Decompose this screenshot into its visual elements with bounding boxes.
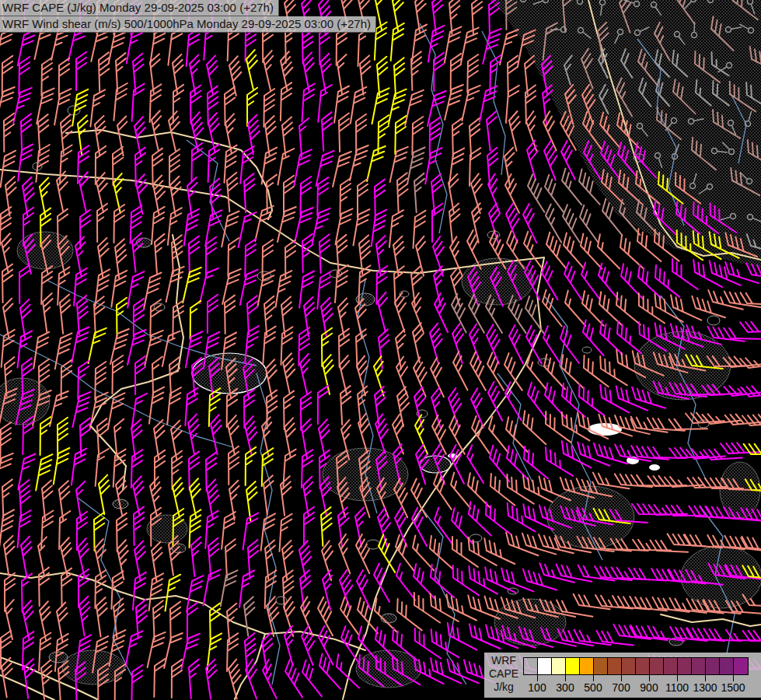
cape-scale-cell: [622, 658, 636, 674]
cape-scale-cell: [706, 658, 720, 674]
map-canvas: [0, 0, 761, 700]
wrf-weather-map: WRF CAPE (J/kg) Monday 29-09-2025 03:00 …: [0, 0, 761, 700]
cape-legend-labels: WRF CAPE J/kg: [487, 654, 521, 694]
title-line-windshear: WRF Wind shear (m/s) 500/1000hPa Monday …: [0, 16, 376, 33]
cape-scale-cell: [594, 658, 608, 674]
cape-colorbar: [523, 657, 749, 675]
cape-scale-tick: [705, 675, 706, 681]
cape-scale-cell: [538, 658, 552, 674]
cape-scale-ticklabel: 1500: [716, 681, 750, 694]
cape-scale-tick: [593, 675, 594, 681]
cape-scale-tick: [733, 675, 734, 681]
legend-label-model: WRF: [487, 654, 521, 667]
cape-scale-cell: [636, 658, 650, 674]
cape-scale-tick: [565, 675, 566, 681]
cape-scale-cell: [678, 658, 692, 674]
cape-scale-tick: [649, 675, 650, 681]
cape-scale-cell: [734, 658, 748, 674]
title-line-cape: WRF CAPE (J/kg) Monday 29-09-2025 03:00 …: [0, 0, 279, 16]
cape-scale-cell: [608, 658, 622, 674]
cape-legend: WRF CAPE J/kg 10030050070090011001300150…: [484, 653, 761, 698]
cape-scale-tick: [537, 675, 538, 681]
cape-scale-cell: [650, 658, 664, 674]
cape-scale-cell: [720, 658, 734, 674]
cape-scale-cell: [566, 658, 580, 674]
cape-scale-tick: [621, 675, 622, 681]
cape-scale-cell: [580, 658, 594, 674]
cape-scale-cell: [664, 658, 678, 674]
cape-scale-tick: [677, 675, 678, 681]
cape-scale-cell: [692, 658, 706, 674]
cape-scale-cell: [524, 658, 538, 674]
title-bar: WRF CAPE (J/kg) Monday 29-09-2025 03:00 …: [0, 0, 376, 33]
cape-scale-cell: [552, 658, 566, 674]
legend-label-units: J/kg: [487, 681, 521, 694]
legend-label-variable: CAPE: [487, 667, 521, 681]
